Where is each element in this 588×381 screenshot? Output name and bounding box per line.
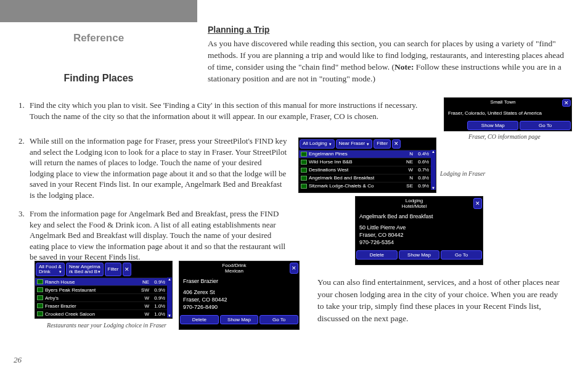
gps-city-info-screen: Small Town ✕ Fraser, Colorado, United St… [444, 97, 572, 131]
item-name: Byers Peak Restaurant [45, 287, 139, 293]
scroll-down-icon[interactable]: ▼ [431, 186, 435, 190]
info-title: Food/Drink Mexican [179, 261, 289, 275]
intro-paragraph: As you have discovered while reading thi… [208, 38, 571, 85]
item-dist: 0.7½ [413, 167, 429, 173]
scroll-up-icon[interactable]: ▲ [431, 150, 435, 154]
gps-food-info-screen: Food/Drink Mexican ✕ Fraser Brazier 406 … [179, 261, 300, 330]
info-title-line2: Hotel/Motel [356, 203, 473, 209]
category-tab-line2: Drink [39, 269, 51, 274]
item-name: Wild Horse Inn B&B [309, 159, 403, 165]
list-item[interactable]: Destinations WestW0.7½ [299, 166, 431, 174]
list-item[interactable]: Crooked Creek SaloonW1.0½ [35, 309, 167, 318]
scroll-down-icon[interactable]: ▼ [168, 314, 171, 318]
item-dir: SW [139, 287, 149, 293]
info-title-line1: Food/Drink [179, 263, 289, 268]
scrollbar[interactable]: ▲▼ [167, 277, 172, 318]
step-2-body: While still on the information page for … [30, 136, 287, 200]
close-button[interactable]: ✕ [392, 139, 401, 149]
go-to-button[interactable]: Go To [520, 121, 571, 130]
item-dist: 0.4½ [413, 151, 429, 157]
dropdown-icon: ▾ [329, 142, 332, 147]
list-item[interactable]: Arby'sW0.9½ [35, 293, 167, 301]
item-dist: 0.9½ [413, 183, 429, 189]
list-item[interactable]: Fraser BrazierW1.0½ [35, 301, 167, 309]
near-tab[interactable]: Near Fraser▾ [336, 139, 373, 149]
address-line2: Fraser, CO 80442 [359, 231, 479, 239]
list-item[interactable]: Sitzmark Lodge-Chalets & CoSE0.9½ [299, 182, 431, 190]
step-1-num: 1. [18, 100, 30, 111]
item-dist: 1.0½ [149, 303, 165, 309]
go-to-button[interactable]: Go To [259, 315, 298, 324]
category-tab[interactable]: All Lodging▾ [300, 139, 335, 149]
address-line2: Fraser, CO 80442 [183, 296, 295, 303]
food-icon [37, 311, 43, 316]
planning-trip-heading: Planning a Trip [208, 25, 269, 35]
step-2: 2.While still on the information page fo… [18, 136, 290, 200]
item-dist: 0.6½ [413, 159, 429, 165]
lodging-icon [301, 184, 307, 189]
dropdown-icon: ▾ [367, 142, 369, 147]
food-icon [37, 279, 43, 284]
step-2-num: 2. [18, 136, 30, 147]
sidebar-band [0, 0, 197, 22]
dropdown-icon: ▾ [59, 269, 62, 274]
address-line1: 50 Little Pierre Ave [359, 224, 479, 231]
food-list: Ranch HouseNE0.9½ Byers Peak RestaurantS… [35, 277, 167, 318]
item-name: Angelmark Bed and Breakfast [309, 175, 403, 181]
near-tab-label: Near Fraser [339, 141, 365, 147]
item-dist: 0.8½ [413, 175, 429, 181]
section-subtitle: Finding Places [0, 73, 197, 84]
phone: 970-726-5354 [359, 239, 479, 246]
list-item[interactable]: Ranch HouseNE0.9½ [35, 277, 167, 285]
info-body: Fraser Brazier 406 Zerex St Fraser, CO 8… [179, 275, 299, 314]
place-name: Angelmark Bed and Breakfast [359, 213, 479, 220]
caption-restaurants: Restaurants near your Lodging choice in … [47, 322, 166, 329]
scroll-up-icon[interactable]: ▲ [168, 277, 171, 281]
step-3-num: 3. [18, 208, 30, 219]
closing-paragraph: You can also find entertainment, service… [317, 276, 564, 324]
item-dir: N [403, 175, 413, 181]
step-1-body: Find the city which you plan to visit. S… [30, 100, 435, 121]
category-tab[interactable]: All Food & Drink▾ [36, 263, 65, 276]
info-body: Angelmark Bed and Breakfast 50 Little Pi… [356, 210, 483, 249]
address-line1: 406 Zerex St [183, 289, 295, 296]
food-icon [37, 287, 43, 292]
delete-button[interactable]: Delete [180, 315, 219, 324]
item-name: Crooked Creek Saloon [45, 311, 139, 317]
close-button[interactable]: ✕ [290, 263, 298, 274]
info-title-line1: Lodging [356, 198, 473, 203]
go-to-button[interactable]: Go To [441, 250, 482, 260]
item-dist: 0.9½ [149, 295, 165, 301]
delete-button[interactable]: Delete [356, 250, 398, 260]
food-icon [37, 303, 43, 308]
item-dir: W [139, 303, 149, 309]
step-3: 3.From the information page for Angelmar… [18, 208, 290, 263]
list-item[interactable]: Byers Peak RestaurantSW0.9½ [35, 285, 167, 293]
list-item[interactable]: Angelmark Bed and BreakfastN0.8½ [299, 174, 431, 182]
show-map-button[interactable]: Show Map [220, 315, 259, 324]
near-tab-line2: rk Bed and B [69, 269, 97, 274]
city-location-line: Fraser, Colorado, United States of Ameri… [444, 108, 571, 120]
close-button[interactable]: ✕ [562, 99, 571, 107]
info-title: Lodging Hotel/Motel [356, 197, 473, 210]
close-button[interactable]: ✕ [123, 263, 131, 276]
scrollbar[interactable]: ▲▼ [431, 150, 436, 190]
list-item[interactable]: Engelmann PinesN0.4½ [299, 150, 431, 158]
lodging-icon [301, 176, 307, 181]
list-item[interactable]: Wild Horse Inn B&BNE0.6½ [299, 158, 431, 166]
place-name: Fraser Brazier [183, 277, 295, 285]
caption-lodging: Lodging in Fraser [440, 170, 485, 177]
item-name: Ranch House [45, 279, 139, 285]
near-tab[interactable]: Near Angelma rk Bed and B▾ [66, 263, 104, 276]
dropdown-icon: ▾ [98, 269, 100, 274]
city-title: Small Town [444, 98, 561, 108]
filter-tab[interactable]: Filter [105, 263, 122, 276]
lodging-list: Engelmann PinesN0.4½ Wild Horse Inn B&BN… [299, 150, 431, 190]
close-button[interactable]: ✕ [473, 198, 482, 209]
filter-tab[interactable]: Filter [374, 139, 391, 149]
item-dir: NE [139, 279, 149, 285]
item-name: Destinations West [309, 167, 403, 173]
show-map-button[interactable]: Show Map [399, 250, 440, 260]
phone: 970-726-8490 [183, 303, 295, 311]
show-map-button[interactable]: Show Map [467, 121, 518, 130]
